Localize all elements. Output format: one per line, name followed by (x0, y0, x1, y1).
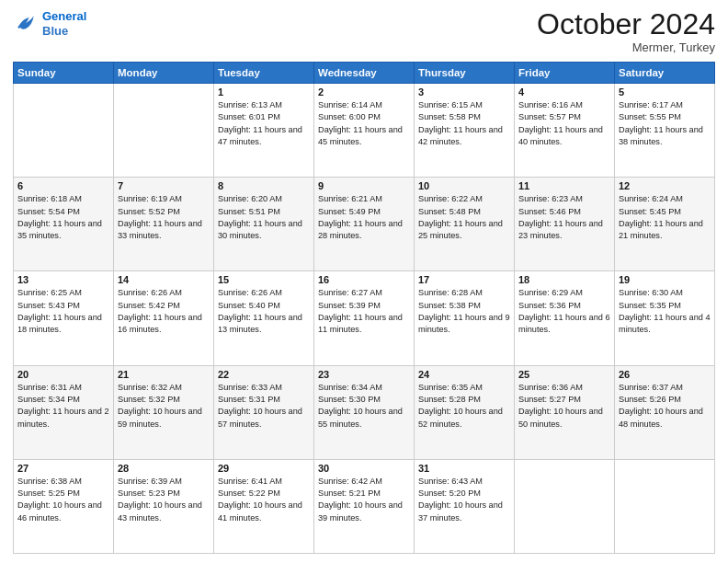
day-number: 8 (218, 180, 310, 191)
header-wednesday: Wednesday (314, 63, 415, 84)
day-number: 1 (218, 86, 310, 98)
day-info: Sunrise: 6:34 AM Sunset: 5:30 PM Dayligh… (318, 382, 410, 431)
day-cell: 7 Sunrise: 6:19 AM Sunset: 5:52 PM Dayli… (114, 178, 214, 271)
day-info: Sunrise: 6:39 AM Sunset: 5:23 PM Dayligh… (118, 476, 210, 524)
day-number: 25 (518, 369, 610, 380)
day-cell: 31 Sunrise: 6:43 AM Sunset: 5:20 PM Dayl… (415, 459, 515, 553)
day-number: 13 (17, 274, 109, 285)
day-info: Sunrise: 6:19 AM Sunset: 5:52 PM Dayligh… (118, 193, 210, 242)
weekday-header-row: Sunday Monday Tuesday Wednesday Thursday… (14, 63, 715, 84)
day-cell: 9 Sunrise: 6:21 AM Sunset: 5:49 PM Dayli… (314, 178, 415, 271)
day-number: 6 (17, 180, 109, 191)
day-number: 3 (418, 86, 510, 98)
day-cell: 18 Sunrise: 6:29 AM Sunset: 5:36 PM Dayl… (515, 271, 615, 365)
day-info: Sunrise: 6:26 AM Sunset: 5:40 PM Dayligh… (218, 287, 310, 336)
day-info: Sunrise: 6:31 AM Sunset: 5:34 PM Dayligh… (17, 382, 109, 431)
day-cell: 10 Sunrise: 6:22 AM Sunset: 5:48 PM Dayl… (415, 178, 515, 271)
day-info: Sunrise: 6:18 AM Sunset: 5:54 PM Dayligh… (17, 193, 109, 242)
day-cell: 28 Sunrise: 6:39 AM Sunset: 5:23 PM Dayl… (114, 459, 214, 553)
header-thursday: Thursday (415, 63, 515, 84)
day-cell: 23 Sunrise: 6:34 AM Sunset: 5:30 PM Dayl… (314, 365, 415, 459)
week-row-4: 20 Sunrise: 6:31 AM Sunset: 5:34 PM Dayl… (14, 365, 715, 459)
day-cell: 5 Sunrise: 6:17 AM Sunset: 5:55 PM Dayli… (615, 84, 715, 178)
day-cell (14, 84, 114, 178)
day-info: Sunrise: 6:32 AM Sunset: 5:32 PM Dayligh… (118, 382, 210, 431)
day-number: 27 (17, 463, 109, 474)
header-saturday: Saturday (615, 63, 715, 84)
logo-line2: Blue (42, 24, 68, 38)
day-info: Sunrise: 6:33 AM Sunset: 5:31 PM Dayligh… (218, 382, 310, 431)
day-number: 15 (218, 274, 310, 285)
day-number: 9 (318, 180, 410, 191)
week-row-3: 13 Sunrise: 6:25 AM Sunset: 5:43 PM Dayl… (14, 271, 715, 365)
logo-text: General Blue (42, 9, 86, 38)
week-row-1: 1 Sunrise: 6:13 AM Sunset: 6:01 PM Dayli… (14, 84, 715, 178)
day-info: Sunrise: 6:14 AM Sunset: 6:00 PM Dayligh… (318, 99, 410, 148)
day-cell: 25 Sunrise: 6:36 AM Sunset: 5:27 PM Dayl… (515, 365, 615, 459)
day-cell: 17 Sunrise: 6:28 AM Sunset: 5:38 PM Dayl… (415, 271, 515, 365)
day-number: 24 (418, 369, 510, 380)
day-cell: 24 Sunrise: 6:35 AM Sunset: 5:28 PM Dayl… (415, 365, 515, 459)
day-number: 19 (619, 274, 711, 285)
day-info: Sunrise: 6:36 AM Sunset: 5:27 PM Dayligh… (518, 382, 610, 431)
day-info: Sunrise: 6:23 AM Sunset: 5:46 PM Dayligh… (518, 193, 610, 242)
day-info: Sunrise: 6:20 AM Sunset: 5:51 PM Dayligh… (218, 193, 310, 242)
day-info: Sunrise: 6:37 AM Sunset: 5:26 PM Dayligh… (619, 382, 711, 431)
day-info: Sunrise: 6:29 AM Sunset: 5:36 PM Dayligh… (518, 287, 610, 336)
title-block: October 2024 Mermer, Turkey (537, 9, 715, 54)
header-tuesday: Tuesday (214, 63, 314, 84)
day-number: 30 (318, 463, 410, 474)
day-cell: 12 Sunrise: 6:24 AM Sunset: 5:45 PM Dayl… (615, 178, 715, 271)
header-monday: Monday (114, 63, 214, 84)
page: General Blue October 2024 Mermer, Turkey… (0, 0, 728, 563)
day-info: Sunrise: 6:15 AM Sunset: 5:58 PM Dayligh… (418, 99, 510, 148)
logo-bird-icon (13, 11, 39, 37)
day-number: 23 (318, 369, 410, 380)
week-row-2: 6 Sunrise: 6:18 AM Sunset: 5:54 PM Dayli… (14, 178, 715, 271)
day-info: Sunrise: 6:24 AM Sunset: 5:45 PM Dayligh… (619, 193, 711, 242)
header: General Blue October 2024 Mermer, Turkey (13, 9, 715, 54)
day-number: 28 (118, 463, 210, 474)
day-cell: 30 Sunrise: 6:42 AM Sunset: 5:21 PM Dayl… (314, 459, 415, 553)
day-cell: 13 Sunrise: 6:25 AM Sunset: 5:43 PM Dayl… (14, 271, 114, 365)
day-cell: 22 Sunrise: 6:33 AM Sunset: 5:31 PM Dayl… (214, 365, 314, 459)
day-cell: 8 Sunrise: 6:20 AM Sunset: 5:51 PM Dayli… (214, 178, 314, 271)
day-number: 16 (318, 274, 410, 285)
day-number: 2 (318, 86, 410, 98)
day-number: 29 (218, 463, 310, 474)
day-info: Sunrise: 6:35 AM Sunset: 5:28 PM Dayligh… (418, 382, 510, 431)
day-cell: 16 Sunrise: 6:27 AM Sunset: 5:39 PM Dayl… (314, 271, 415, 365)
day-cell: 2 Sunrise: 6:14 AM Sunset: 6:00 PM Dayli… (314, 84, 415, 178)
day-info: Sunrise: 6:22 AM Sunset: 5:48 PM Dayligh… (418, 193, 510, 242)
logo-line1: General (42, 9, 86, 23)
day-info: Sunrise: 6:16 AM Sunset: 5:57 PM Dayligh… (518, 99, 610, 148)
header-friday: Friday (515, 63, 615, 84)
day-cell: 26 Sunrise: 6:37 AM Sunset: 5:26 PM Dayl… (615, 365, 715, 459)
day-info: Sunrise: 6:43 AM Sunset: 5:20 PM Dayligh… (418, 476, 510, 524)
day-info: Sunrise: 6:21 AM Sunset: 5:49 PM Dayligh… (318, 193, 410, 242)
day-cell: 19 Sunrise: 6:30 AM Sunset: 5:35 PM Dayl… (615, 271, 715, 365)
day-cell: 27 Sunrise: 6:38 AM Sunset: 5:25 PM Dayl… (14, 459, 114, 553)
day-cell (615, 459, 715, 553)
day-cell: 29 Sunrise: 6:41 AM Sunset: 5:22 PM Dayl… (214, 459, 314, 553)
day-cell: 3 Sunrise: 6:15 AM Sunset: 5:58 PM Dayli… (415, 84, 515, 178)
day-info: Sunrise: 6:25 AM Sunset: 5:43 PM Dayligh… (17, 287, 109, 336)
calendar-table: Sunday Monday Tuesday Wednesday Thursday… (13, 62, 715, 554)
day-info: Sunrise: 6:17 AM Sunset: 5:55 PM Dayligh… (619, 99, 711, 148)
day-cell: 1 Sunrise: 6:13 AM Sunset: 6:01 PM Dayli… (214, 84, 314, 178)
logo: General Blue (13, 9, 86, 38)
day-cell: 4 Sunrise: 6:16 AM Sunset: 5:57 PM Dayli… (515, 84, 615, 178)
day-cell (515, 459, 615, 553)
day-number: 22 (218, 369, 310, 380)
day-number: 26 (619, 369, 711, 380)
week-row-5: 27 Sunrise: 6:38 AM Sunset: 5:25 PM Dayl… (14, 459, 715, 553)
day-number: 4 (518, 86, 610, 98)
day-info: Sunrise: 6:27 AM Sunset: 5:39 PM Dayligh… (318, 287, 410, 336)
day-cell: 20 Sunrise: 6:31 AM Sunset: 5:34 PM Dayl… (14, 365, 114, 459)
location: Mermer, Turkey (537, 40, 715, 54)
day-number: 14 (118, 274, 210, 285)
day-number: 12 (619, 180, 711, 191)
day-number: 7 (118, 180, 210, 191)
day-cell: 11 Sunrise: 6:23 AM Sunset: 5:46 PM Dayl… (515, 178, 615, 271)
day-cell: 6 Sunrise: 6:18 AM Sunset: 5:54 PM Dayli… (14, 178, 114, 271)
